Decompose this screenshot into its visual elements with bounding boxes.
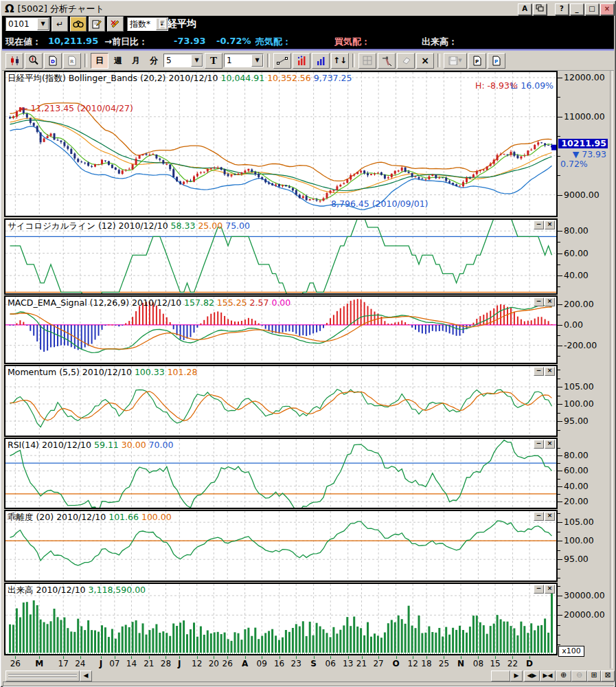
chevron-down-icon[interactable]: ▼ [251, 54, 263, 67]
minute-interval-value: 5 [164, 56, 191, 65]
panel-minimize-button[interactable]: − [534, 585, 544, 594]
period-daily-button[interactable]: 日 [91, 53, 109, 69]
print-page-button[interactable]: P [488, 53, 505, 69]
memo-edit-button[interactable] [89, 16, 105, 32]
y-axis-minor-tick [558, 578, 560, 578]
new-chart-window-button[interactable]: D [44, 53, 62, 69]
page-setup-button[interactable]: P [468, 53, 486, 69]
panel-minimize-button[interactable]: − [534, 221, 544, 229]
h-scrollbar-thumb[interactable] [5, 671, 80, 682]
settings-tool-button[interactable] [378, 53, 396, 69]
grid-layout-button[interactable] [358, 53, 376, 69]
rsi-panel[interactable]: RSI(14)2010/12/1059.1130.0070.00 −× [4, 438, 558, 509]
enter-button[interactable]: ↵ [52, 16, 68, 32]
svg-text:D: D [51, 59, 55, 65]
grid-toggle-button[interactable]: ⊞ [587, 671, 601, 682]
x-axis-label: J [100, 659, 102, 668]
panel-minimize-button[interactable]: − [534, 297, 544, 306]
panel-value: 101.28 [168, 367, 198, 377]
y-axis-tick [558, 231, 562, 232]
x-axis-label: 26 [10, 659, 21, 668]
chevron-down-icon[interactable]: ▼ [191, 54, 203, 67]
sort-updown-button[interactable]: ↑↓ [331, 53, 349, 69]
momentum-panel[interactable]: Momentum (5,5)2010/12/10100.33101.28 −× [4, 365, 558, 437]
period-minute-button[interactable]: 分 [146, 54, 162, 68]
y-axis-minor-tick [558, 635, 560, 635]
y-axis-tick [558, 541, 562, 541]
symbol-code-combobox[interactable]: 0101 ▼ [5, 17, 49, 31]
sub-chart-add-button[interactable] [312, 53, 330, 69]
deviation-panel[interactable]: 乖離度 (20)2010/12/10101.66100.00 −× [4, 510, 558, 582]
scale-combobox[interactable]: 1 ▼ [224, 54, 264, 67]
zoom-in-button[interactable]: ⊕ [556, 671, 571, 682]
y-axis-label: 100.00 [564, 398, 594, 409]
zoom-out-button[interactable]: ⊖ [571, 671, 587, 682]
volume-panel[interactable]: 出来高2010/12/103,118,590.00 −× [4, 583, 558, 655]
y-axis-label: 20.00 [564, 496, 589, 506]
y-axis-label: 9000.00 [564, 190, 600, 200]
period-weekly-button[interactable]: 週 [110, 54, 126, 68]
scroll-right-button[interactable]: ▶ [510, 671, 523, 682]
symbol-search-button[interactable] [70, 16, 87, 32]
trendline-tool-button[interactable] [273, 53, 291, 69]
minimize-button[interactable]: _ [570, 3, 584, 15]
panel-minimize-button[interactable]: − [534, 367, 544, 376]
eraser-button[interactable] [397, 53, 415, 69]
y-axis-minor-tick [558, 413, 560, 414]
y-axis-tick [558, 404, 562, 405]
zoom-chart-button[interactable] [25, 53, 43, 69]
panel-close-button[interactable]: × [545, 221, 555, 229]
panel-minimize-button[interactable]: − [534, 440, 544, 449]
save-button[interactable]: ▼ [444, 53, 467, 69]
y-axis-label: 105.00 [564, 381, 594, 392]
y-axis-label: 95.00 [564, 416, 589, 426]
svg-text:8,796.45 (2010/09/01): 8,796.45 (2010/09/01) [331, 199, 428, 209]
maximize-button[interactable]: □ [585, 3, 599, 15]
y-axis-minor-tick [558, 513, 560, 514]
panel-value: 30.00 [122, 440, 146, 450]
font-button[interactable]: T [205, 53, 223, 69]
panel-close-button[interactable]: × [545, 297, 555, 306]
delete-x-icon: × [421, 55, 429, 66]
main-price-chart[interactable]: ← 11,213.45 (2010/04/27)8,796.45 (2010/0… [5, 72, 556, 216]
panel-title: MACD_EMA_Signal (12,26,9) [8, 297, 129, 308]
delete-all-button[interactable]: × [416, 53, 434, 69]
help-button[interactable]: ? [555, 3, 569, 15]
panel-close-button[interactable]: × [545, 367, 555, 376]
panel-close-nav-button[interactable]: ⊠ [601, 671, 615, 682]
x-axis-label: 17 [58, 659, 69, 668]
draw-clear-button[interactable] [107, 16, 124, 32]
expand-bars-button[interactable]: ◀▶ [524, 671, 540, 682]
panel-close-button[interactable]: × [545, 585, 555, 594]
toolbar-separator [84, 54, 87, 67]
panel-minimize-button[interactable]: − [534, 512, 544, 521]
panel-close-button[interactable]: × [545, 512, 555, 521]
main-chart-panel[interactable]: ← 11,213.45 (2010/04/27)8,796.45 (2010/0… [4, 71, 558, 217]
x-axis-label: N [457, 659, 464, 668]
candlestick-chart-button[interactable] [5, 53, 23, 69]
font-size-button[interactable]: A [518, 3, 532, 15]
volume-panel-header: 出来高2010/12/103,118,590.00 [8, 585, 148, 596]
compress-bars-button[interactable]: ▶◀ [540, 671, 556, 682]
macd-panel[interactable]: MACD_EMA_Signal (12,26,9)2010/12/10157.8… [4, 295, 558, 364]
scroll-left-button[interactable]: ◀ [80, 671, 92, 682]
period-monthly-button[interactable]: 月 [128, 54, 144, 68]
indicator-add-button[interactable] [293, 53, 310, 69]
minute-interval-combobox[interactable]: 5 ▼ [163, 54, 203, 67]
restore-chart-button[interactable]: R [63, 53, 81, 69]
panel-close-button[interactable]: × [545, 440, 555, 449]
copy-window-button[interactable] [533, 3, 547, 15]
h-scrollbar-thumb-right[interactable] [491, 671, 510, 682]
y-axis-label: 80.00 [564, 225, 589, 236]
x-axis-label: 16 [274, 659, 284, 668]
chevron-down-icon[interactable]: ▼ [37, 18, 49, 30]
y-axis-label: 95.00 [564, 554, 589, 564]
psychological-line-panel[interactable]: サイコロジカルライン (12)2010/12/1058.3325.0075.00… [4, 218, 558, 295]
title-bar[interactable]: Ω [5002] 分析チャート A ? _ □ × [2, 2, 614, 16]
y-axis-label: -200.00 [564, 340, 597, 350]
y-axis-minor-tick [558, 644, 560, 645]
y-axis-minor-tick [558, 175, 560, 176]
x-axis-label: 21 [356, 659, 367, 668]
close-button[interactable]: × [600, 3, 614, 15]
macd-panel-header: MACD_EMA_Signal (12,26,9)2010/12/10157.8… [8, 297, 293, 308]
